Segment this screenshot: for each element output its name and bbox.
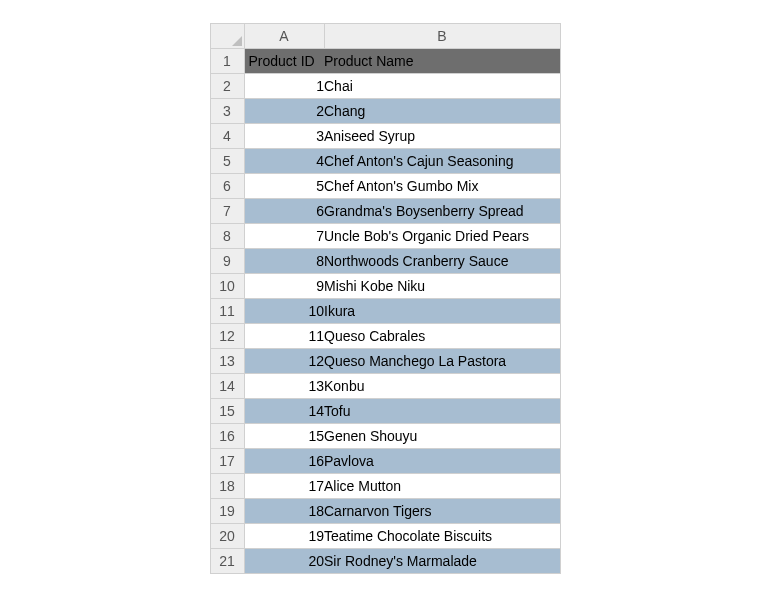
spreadsheet-table: A B 1Product IDProduct Name21Chai32Chang… <box>210 23 561 574</box>
table-row: 1211Queso Cabrales <box>210 323 560 348</box>
table-row: 1110Ikura <box>210 298 560 323</box>
table-row: 1716Pavlova <box>210 448 560 473</box>
cell-product-name[interactable]: Grandma's Boysenberry Spread <box>324 198 560 223</box>
cell-product-id[interactable]: 6 <box>244 198 324 223</box>
table-row: 1413Konbu <box>210 373 560 398</box>
cell-product-id[interactable]: 5 <box>244 173 324 198</box>
row-header[interactable]: 9 <box>210 248 244 273</box>
table-row: 1Product IDProduct Name <box>210 48 560 73</box>
column-header-a[interactable]: A <box>244 23 324 48</box>
table-row: 1817Alice Mutton <box>210 473 560 498</box>
cell-product-id[interactable]: 16 <box>244 448 324 473</box>
row-header[interactable]: 4 <box>210 123 244 148</box>
cell-product-name[interactable]: Mishi Kobe Niku <box>324 273 560 298</box>
cell-product-name[interactable]: Teatime Chocolate Biscuits <box>324 523 560 548</box>
table-row: 1615Genen Shouyu <box>210 423 560 448</box>
cell-product-name[interactable]: Uncle Bob's Organic Dried Pears <box>324 223 560 248</box>
row-header[interactable]: 3 <box>210 98 244 123</box>
cell-product-id[interactable]: 17 <box>244 473 324 498</box>
row-header[interactable]: 5 <box>210 148 244 173</box>
row-header[interactable]: 6 <box>210 173 244 198</box>
cell-product-name[interactable]: Tofu <box>324 398 560 423</box>
row-header[interactable]: 12 <box>210 323 244 348</box>
cell-product-name[interactable]: Genen Shouyu <box>324 423 560 448</box>
cell-product-name[interactable]: Konbu <box>324 373 560 398</box>
cell-product-id[interactable]: 8 <box>244 248 324 273</box>
table-row: 43Aniseed Syrup <box>210 123 560 148</box>
cell-product-name[interactable]: Pavlova <box>324 448 560 473</box>
cell-product-name[interactable]: Aniseed Syrup <box>324 123 560 148</box>
cell-product-name[interactable]: Chef Anton's Gumbo Mix <box>324 173 560 198</box>
row-header[interactable]: 21 <box>210 548 244 573</box>
row-header[interactable]: 7 <box>210 198 244 223</box>
table-row: 21Chai <box>210 73 560 98</box>
cell-product-id[interactable]: 11 <box>244 323 324 348</box>
cell-product-id[interactable]: 10 <box>244 298 324 323</box>
row-header[interactable]: 1 <box>210 48 244 73</box>
cell-product-name[interactable]: Chai <box>324 73 560 98</box>
table-row: 54Chef Anton's Cajun Seasoning <box>210 148 560 173</box>
select-all-corner[interactable] <box>210 23 244 48</box>
table-row: 76Grandma's Boysenberry Spread <box>210 198 560 223</box>
table-row: 1312Queso Manchego La Pastora <box>210 348 560 373</box>
cell-product-id[interactable]: 20 <box>244 548 324 573</box>
row-header[interactable]: 15 <box>210 398 244 423</box>
header-cell-product-id[interactable]: Product ID <box>244 48 324 73</box>
cell-product-name[interactable]: Ikura <box>324 298 560 323</box>
table-row: 98Northwoods Cranberry Sauce <box>210 248 560 273</box>
cell-product-id[interactable]: 4 <box>244 148 324 173</box>
row-header[interactable]: 11 <box>210 298 244 323</box>
cell-product-id[interactable]: 19 <box>244 523 324 548</box>
row-header[interactable]: 20 <box>210 523 244 548</box>
table-row: 2120Sir Rodney's Marmalade <box>210 548 560 573</box>
row-header[interactable]: 18 <box>210 473 244 498</box>
cell-product-id[interactable]: 2 <box>244 98 324 123</box>
row-header[interactable]: 17 <box>210 448 244 473</box>
cell-product-id[interactable]: 9 <box>244 273 324 298</box>
row-header[interactable]: 2 <box>210 73 244 98</box>
row-header[interactable]: 13 <box>210 348 244 373</box>
cell-product-id[interactable]: 1 <box>244 73 324 98</box>
cell-product-name[interactable]: Chang <box>324 98 560 123</box>
row-header[interactable]: 10 <box>210 273 244 298</box>
cell-product-name[interactable]: Northwoods Cranberry Sauce <box>324 248 560 273</box>
cell-product-name[interactable]: Queso Manchego La Pastora <box>324 348 560 373</box>
row-header[interactable]: 19 <box>210 498 244 523</box>
row-header[interactable]: 8 <box>210 223 244 248</box>
table-row: 32Chang <box>210 98 560 123</box>
cell-product-name[interactable]: Carnarvon Tigers <box>324 498 560 523</box>
table-row: 109Mishi Kobe Niku <box>210 273 560 298</box>
column-header-row: A B <box>210 23 560 48</box>
column-header-b[interactable]: B <box>324 23 560 48</box>
cell-product-id[interactable]: 7 <box>244 223 324 248</box>
cell-product-id[interactable]: 13 <box>244 373 324 398</box>
cell-product-name[interactable]: Queso Cabrales <box>324 323 560 348</box>
cell-product-name[interactable]: Chef Anton's Cajun Seasoning <box>324 148 560 173</box>
table-row: 1918Carnarvon Tigers <box>210 498 560 523</box>
cell-product-name[interactable]: Alice Mutton <box>324 473 560 498</box>
cell-product-name[interactable]: Sir Rodney's Marmalade <box>324 548 560 573</box>
row-header[interactable]: 14 <box>210 373 244 398</box>
cell-product-id[interactable]: 18 <box>244 498 324 523</box>
table-row: 65Chef Anton's Gumbo Mix <box>210 173 560 198</box>
row-header[interactable]: 16 <box>210 423 244 448</box>
table-row: 2019Teatime Chocolate Biscuits <box>210 523 560 548</box>
header-cell-product-name[interactable]: Product Name <box>324 48 560 73</box>
cell-product-id[interactable]: 14 <box>244 398 324 423</box>
table-row: 1514Tofu <box>210 398 560 423</box>
cell-product-id[interactable]: 3 <box>244 123 324 148</box>
cell-product-id[interactable]: 12 <box>244 348 324 373</box>
table-row: 87Uncle Bob's Organic Dried Pears <box>210 223 560 248</box>
cell-product-id[interactable]: 15 <box>244 423 324 448</box>
